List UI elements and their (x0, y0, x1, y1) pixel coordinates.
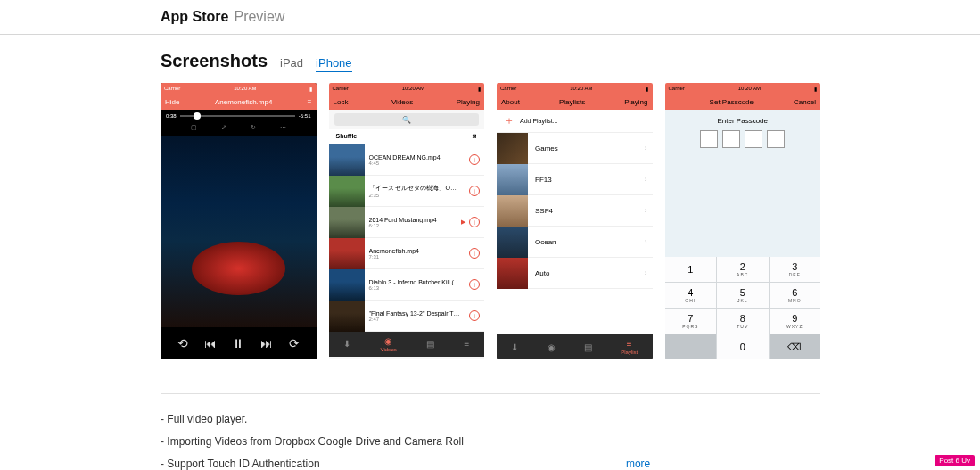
nav-bar: About Playlists Playing (497, 94, 653, 110)
keypad-key[interactable]: 6MNO (770, 283, 821, 308)
nav-title: Playlists (559, 98, 585, 106)
chevron-right-icon: › (645, 268, 647, 277)
keypad-key[interactable]: 4GHI (665, 283, 717, 308)
video-row[interactable]: 「イース セルセタの樹海」O…2:35i (329, 176, 485, 207)
keypad-key[interactable]: 5JKL (717, 283, 769, 308)
menu-icon[interactable]: ≡ (308, 98, 312, 106)
info-icon[interactable]: i (469, 186, 480, 196)
video-title: OCEAN DREAMING.mp4 (369, 154, 465, 161)
playlist-label: FF13 (528, 176, 645, 184)
video-thumb (329, 269, 365, 301)
keypad-key[interactable] (665, 334, 717, 359)
battery-icon: ▮ (646, 86, 648, 92)
chevron-right-icon: › (645, 175, 647, 184)
playlist-thumb (497, 164, 528, 195)
screenshot-3[interactable]: Carrier 10:20 AM ▮ About Playlists Playi… (497, 83, 653, 359)
status-bar: Carrier 10:20 AM ▮ (329, 83, 485, 94)
tab-item[interactable]: ≡Playlist (621, 339, 638, 355)
keypad-key[interactable]: 8TUV (717, 309, 769, 334)
tab-item[interactable]: ≡ (464, 339, 469, 350)
add-playlist-row[interactable]: ＋ Add Playlist... (497, 110, 653, 133)
screenshot-2[interactable]: Carrier 10:20 AM ▮ Lock Videos Playing 🔍… (329, 83, 485, 359)
video-row[interactable]: OCEAN DREAMING.mp44:45i (329, 144, 485, 176)
keypad-key[interactable]: ⌫ (770, 334, 821, 359)
screenshot-row: Carrier 10:20 AM ▮ Hide Anemonefish.mp4 … (161, 83, 820, 359)
tab-item[interactable]: ▤ (584, 342, 592, 352)
lock-button[interactable]: Lock (334, 98, 349, 106)
share-icon[interactable]: ⋯ (280, 124, 286, 131)
info-icon[interactable]: i (469, 248, 480, 259)
tab-iphone[interactable]: iPhone (316, 56, 351, 72)
playlist-thumb (497, 227, 528, 258)
video-thumb (329, 207, 365, 238)
video-row[interactable]: 2014 Ford Mustang.mp46:12▶i (329, 207, 485, 238)
tab-item[interactable]: ◉ (548, 342, 556, 352)
tab-item[interactable]: ◉Videos (381, 336, 397, 352)
desc-line: - Support Touch ID Authentication (161, 458, 320, 470)
info-icon[interactable]: i (469, 279, 480, 290)
playing-button[interactable]: Playing (624, 98, 647, 106)
screenshot-4[interactable]: Carrier 10:20 AM ▮ Set Passcode Cancel E… (665, 83, 821, 359)
video-duration: 4:45 (369, 161, 465, 166)
scrubber[interactable]: 0:38 -6:51 (161, 110, 317, 122)
topbar: App Store Preview (0, 0, 980, 35)
playlist-row[interactable]: Ocean› (497, 227, 653, 258)
info-icon[interactable]: i (469, 310, 480, 321)
playlist-row[interactable]: Games› (497, 133, 653, 164)
keypad-key[interactable]: 2ABC (717, 257, 769, 282)
clock: 10:20 AM (234, 86, 256, 91)
keypad-key[interactable]: 9WXYZ (770, 309, 821, 334)
playlist-label: Ocean (528, 238, 645, 246)
playlist-thumb (497, 258, 528, 289)
screenshot-1[interactable]: Carrier 10:20 AM ▮ Hide Anemonefish.mp4 … (161, 83, 317, 359)
prev-icon[interactable]: ⏮ (204, 336, 217, 350)
tab-item[interactable]: ▤ (426, 339, 434, 350)
playlist-row[interactable]: FF13› (497, 164, 653, 195)
passcode-box (700, 130, 718, 148)
rewind-15-icon[interactable]: ⟲ (177, 336, 188, 350)
forward-15-icon[interactable]: ⟳ (289, 336, 300, 350)
corner-badge[interactable]: Post 6 Uv (935, 455, 975, 466)
chevron-right-icon: › (645, 144, 647, 153)
info-icon[interactable]: i (469, 154, 480, 165)
playback-controls: ⟲ ⏮ ⏸ ⏭ ⟳ (161, 331, 317, 359)
hide-button[interactable]: Hide (165, 98, 179, 106)
info-icon[interactable]: i (469, 217, 480, 227)
video-row[interactable]: "Final Fantasy 13-2" Despair T…2:47i (329, 301, 485, 332)
player-options: ▢ ⤢ ↻ ⋯ (161, 122, 317, 133)
expand-icon[interactable]: ⤢ (221, 124, 226, 131)
more-link[interactable]: more (626, 453, 650, 470)
battery-icon: ▮ (814, 86, 817, 92)
nav-bar: Set Passcode Cancel (665, 94, 821, 110)
video-duration: 2:47 (369, 317, 465, 322)
appstore-label: App Store (161, 9, 228, 25)
tab-item[interactable]: ⬇ (511, 342, 518, 352)
keypad-key[interactable]: 1 (665, 257, 717, 282)
playing-button[interactable]: Playing (457, 98, 480, 106)
search-input[interactable]: 🔍 (334, 113, 480, 126)
keypad-key[interactable]: 3DEF (770, 257, 821, 282)
video-thumb (329, 176, 365, 207)
video-row[interactable]: Anemonefish.mp47:31i (329, 238, 485, 269)
pause-icon[interactable]: ⏸ (232, 336, 244, 350)
playlist-thumb (497, 195, 528, 227)
shuffle-icon: ⤮ (472, 133, 477, 140)
tab-bar: ⬇ ◉ ▤ ≡Playlist (497, 334, 653, 359)
playlist-row[interactable]: SSF4› (497, 195, 653, 227)
tab-ipad[interactable]: iPad (280, 56, 303, 70)
playlist-thumb (497, 133, 528, 164)
nav-title: Videos (391, 98, 413, 106)
repeat-icon[interactable]: ↻ (251, 124, 256, 131)
about-button[interactable]: About (501, 98, 520, 106)
keypad-key[interactable]: 7PQRS (665, 309, 717, 334)
cancel-button[interactable]: Cancel (794, 98, 816, 106)
next-icon[interactable]: ⏭ (260, 336, 273, 350)
playlist-row[interactable]: Auto› (497, 258, 653, 289)
video-row[interactable]: Diablo 3 - Inferno Butcher Kill (…6:13i (329, 269, 485, 301)
playlist-label: Games (528, 144, 645, 153)
tab-item[interactable]: ⬇ (343, 339, 350, 350)
video-thumb (329, 301, 365, 332)
airplay-icon[interactable]: ▢ (191, 124, 197, 131)
shuffle-row[interactable]: Shuffle ⤮ (329, 129, 485, 144)
keypad-key[interactable]: 0 (717, 334, 769, 359)
